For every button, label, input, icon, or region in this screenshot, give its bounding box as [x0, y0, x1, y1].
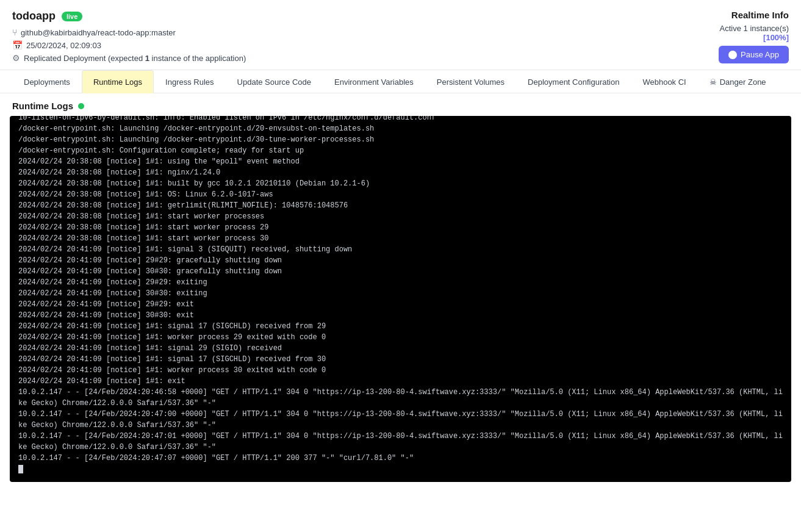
app-header: todoapp live ⑂ github@kabirbaidhya/react… — [0, 0, 801, 70]
logs-title: Runtime Logs — [12, 101, 73, 111]
percent-badge: [100%] — [763, 33, 789, 42]
app-title: todoapp — [12, 10, 56, 23]
realtime-title: Realtime Info — [731, 10, 789, 20]
tab-persistent-volumes[interactable]: Persistent Volumes — [425, 70, 516, 93]
pause-app-button[interactable]: ⏸ Pause App — [719, 46, 789, 63]
skull-icon: ☠ — [709, 77, 717, 87]
active-instances: Active 1 instance(s) — [720, 24, 789, 33]
repo-name: github@kabirbaidhya/react-todo-app:maste… — [21, 28, 176, 37]
logs-terminal[interactable]: /docker-entrypoint.sh: Launching /docker… — [10, 116, 791, 482]
calendar-icon: 📅 — [12, 40, 23, 50]
tabs-bar: Deployments Runtime Logs Ingress Rules U… — [0, 70, 801, 93]
logs-text: /docker-entrypoint.sh: Launching /docker… — [18, 116, 783, 464]
terminal-cursor — [18, 465, 23, 473]
tab-update-source-code[interactable]: Update Source Code — [226, 70, 323, 93]
app-info: todoapp live ⑂ github@kabirbaidhya/react… — [12, 10, 246, 63]
tab-runtime-logs[interactable]: Runtime Logs — [82, 70, 154, 93]
tab-danger-zone[interactable]: ☠ Danger Zone — [698, 70, 778, 93]
pause-icon: ⏸ — [728, 51, 737, 59]
instance-count: 1 — [145, 54, 149, 63]
danger-zone-label: Danger Zone — [720, 77, 766, 87]
tab-deployment-configuration[interactable]: Deployment Configuration — [516, 70, 631, 93]
git-icon: ⑂ — [12, 27, 17, 37]
gear-icon: ⚙ — [12, 53, 20, 63]
deployment-info: Replicated Deployment (expected 1 instan… — [24, 54, 246, 63]
tab-ingress-rules[interactable]: Ingress Rules — [154, 70, 225, 93]
tab-webhook-ci[interactable]: Webhook CI — [631, 70, 697, 93]
tab-environment-variables[interactable]: Environment Variables — [323, 70, 425, 93]
live-badge: live — [62, 12, 82, 21]
tab-deployments[interactable]: Deployments — [12, 70, 82, 93]
logs-section-header: Runtime Logs — [0, 93, 801, 116]
pause-btn-label: Pause App — [741, 50, 779, 59]
live-indicator-dot — [78, 103, 84, 109]
realtime-info: Realtime Info Active 1 instance(s) [100%… — [719, 10, 789, 63]
timestamp: 25/02/2024, 02:09:03 — [26, 41, 101, 50]
